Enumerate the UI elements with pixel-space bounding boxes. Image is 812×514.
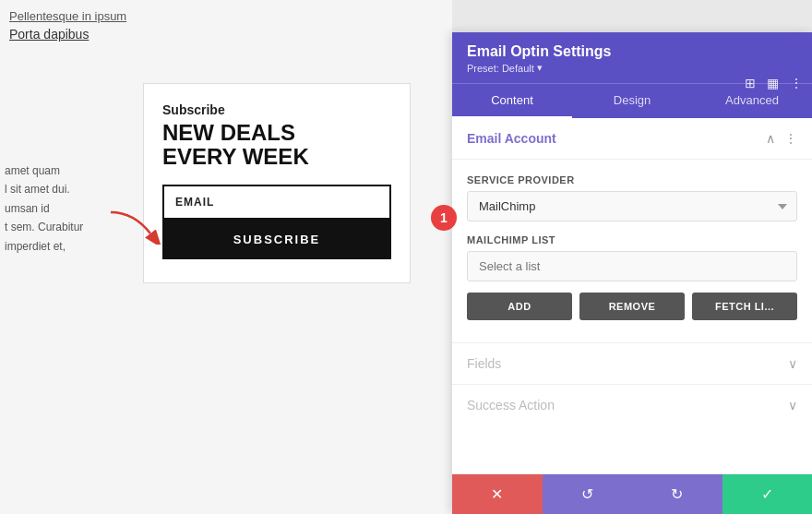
- fetch-list-button[interactable]: FETCH LI...: [692, 293, 797, 320]
- columns-icon[interactable]: ▦: [767, 76, 779, 90]
- mailchimp-list-label: MailChimp List: [467, 234, 797, 245]
- service-provider-label: Service Provider: [467, 174, 797, 185]
- step-badge: 1: [431, 205, 457, 231]
- panel-header-icons: ⊞ ▦ ⋮: [745, 76, 803, 90]
- success-action-title: Success Action: [467, 398, 555, 412]
- email-account-title: Email Account: [467, 131, 556, 146]
- email-account-section-header: Email Account ∧ ⋮: [452, 118, 812, 160]
- panel-header: Email Optin Settings Preset: Default ▾ ⊞…: [452, 32, 812, 83]
- chevron-down-icon: ∨: [788, 398, 797, 412]
- page-content: Pellentesque in ipsum Porta dapibus amet…: [0, 0, 452, 514]
- left-text-line: imperdiet et,: [5, 237, 83, 256]
- chevron-up-icon[interactable]: ∧: [766, 131, 775, 146]
- fields-section[interactable]: Fields ∨: [452, 342, 812, 384]
- tab-design[interactable]: Design: [572, 84, 692, 118]
- left-text-block: amet quam l sit amet dui. umsan id t sem…: [5, 161, 83, 256]
- left-text-line: t sem. Curabitur: [5, 218, 83, 236]
- more-options-icon[interactable]: ⋮: [784, 131, 797, 146]
- left-text-line: umsan id: [5, 199, 83, 218]
- email-account-form: Service Provider MailChimpAWeberConvertK…: [452, 160, 812, 342]
- service-provider-select[interactable]: MailChimpAWeberConvertKitActiveCampaign: [467, 191, 797, 221]
- subscribe-widget: Subscribe NEW DEALS EVERY WEEK EMAIL SUB…: [143, 83, 411, 283]
- subscribe-headline: NEW DEALS EVERY WEEK: [162, 121, 391, 170]
- section-icons: ∧ ⋮: [766, 131, 797, 146]
- add-button[interactable]: ADD: [467, 293, 572, 320]
- ok-button[interactable]: ✓: [722, 474, 813, 514]
- email-input-wrapper: EMAIL: [162, 185, 391, 220]
- subscribe-title: Subscribe: [162, 102, 391, 117]
- undo-button[interactable]: ↺: [543, 474, 633, 514]
- remove-button[interactable]: REMOVE: [579, 293, 685, 320]
- more-icon[interactable]: ⋮: [790, 76, 803, 90]
- mailchimp-list-input[interactable]: [467, 251, 797, 281]
- settings-panel: Email Optin Settings Preset: Default ▾ ⊞…: [452, 32, 812, 514]
- cancel-button[interactable]: ✕: [452, 474, 543, 514]
- page-link-1[interactable]: Pellentesque in ipsum: [9, 9, 126, 23]
- left-text-line: amet quam: [5, 161, 83, 180]
- panel-preset: Preset: Default ▾: [467, 62, 797, 74]
- arrow-indicator: [106, 208, 161, 245]
- fields-title: Fields: [467, 356, 501, 371]
- email-input-label: EMAIL: [175, 196, 378, 209]
- panel-title: Email Optin Settings: [467, 43, 797, 60]
- panel-bottom-bar: ✕ ↺ ↻ ✓: [452, 473, 812, 514]
- panel-body: Email Account ∧ ⋮ Service Provider MailC…: [452, 118, 812, 473]
- action-buttons-row: ADD REMOVE FETCH LI...: [467, 293, 797, 320]
- page-link-2[interactable]: Porta dapibus: [9, 27, 126, 42]
- left-text-line: l sit amet dui.: [5, 180, 83, 198]
- tab-content[interactable]: Content: [452, 84, 572, 118]
- success-action-section[interactable]: Success Action ∨: [452, 384, 812, 425]
- page-text-area: Pellentesque in ipsum Porta dapibus: [0, 0, 126, 51]
- redo-button[interactable]: ↻: [632, 474, 722, 514]
- chevron-down-icon: ∨: [788, 356, 797, 371]
- subscribe-button[interactable]: SUBSCRIBE: [162, 220, 391, 259]
- restore-icon[interactable]: ⊞: [745, 76, 756, 90]
